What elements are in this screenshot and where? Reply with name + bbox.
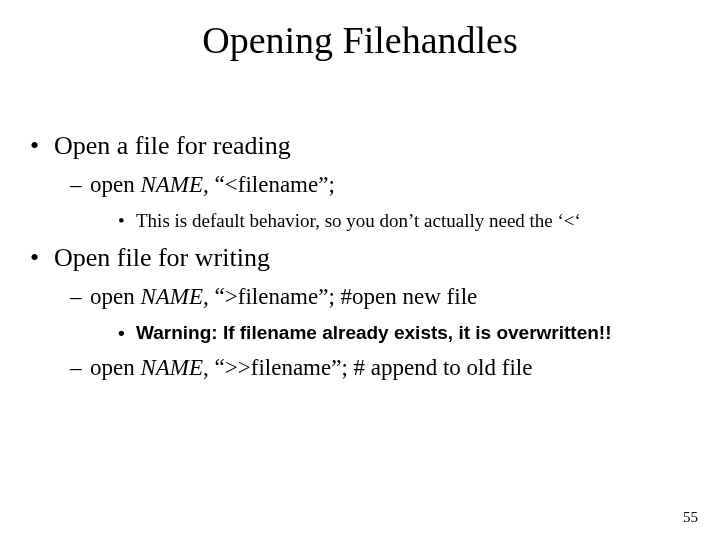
bullet-open-for-reading: Open a file for reading [30,128,690,163]
subbullet-open-append: open NAME, “>>filename”; # append to old… [70,352,690,383]
note-overwrite-warning: Warning: If filename already exists, it … [118,320,690,346]
slide-title: Opening Filehandles [0,0,720,62]
bullet-text: Open file for writing [54,243,270,272]
text-rest: , “<filename”; [203,172,335,197]
text-rest: , “>>filename”; # append to old file [203,355,532,380]
slide: Opening Filehandles Open a file for read… [0,0,720,540]
bullet-text: Open a file for reading [54,131,291,160]
text-name-italic: NAME [140,284,203,309]
subbullet-open-write-new: open NAME, “>filename”; #open new file [70,281,690,312]
text-open: open [90,355,140,380]
page-number: 55 [683,509,698,526]
text-name-italic: NAME [140,172,203,197]
text-open: open [90,284,140,309]
note-default-behavior: This is default behavior, so you don’t a… [118,208,690,234]
note-text: This is default behavior, so you don’t a… [136,210,581,231]
text-open: open [90,172,140,197]
text-rest: , “>filename”; #open new file [203,284,477,309]
subbullet-open-read-syntax: open NAME, “<filename”; [70,169,690,200]
note-text: Warning: If filename already exists, it … [136,322,611,343]
slide-body: Open a file for reading open NAME, “<fil… [0,62,720,383]
bullet-open-for-writing: Open file for writing [30,240,690,275]
text-name-italic: NAME [140,355,203,380]
